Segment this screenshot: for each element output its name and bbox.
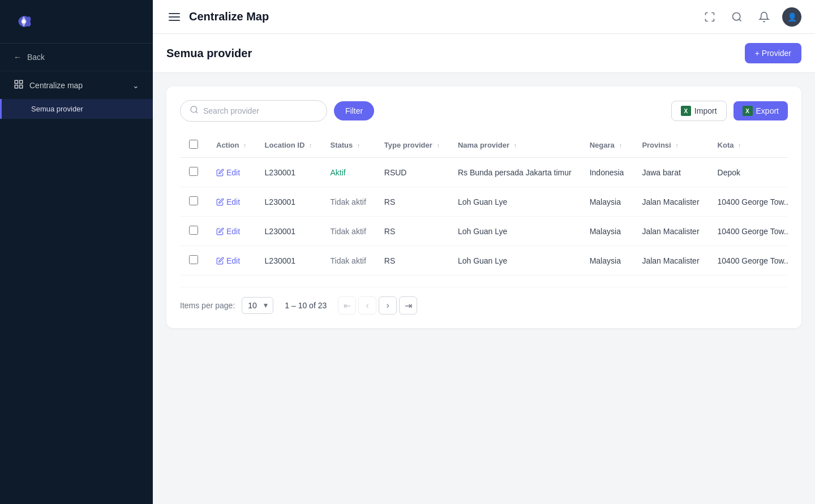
search-box[interactable] [180, 100, 327, 122]
row-checkbox-cell[interactable] [180, 246, 207, 275]
export-label: Export [756, 106, 779, 115]
row-type-provider: RS [375, 246, 449, 275]
row-status: Tidak aktif [321, 217, 375, 246]
row-negara: Malaysia [581, 217, 633, 246]
col-negara[interactable]: Negara ↑ [581, 133, 633, 158]
row-checkbox-cell[interactable] [180, 158, 207, 187]
items-per-page-select[interactable]: 5 10 20 50 [242, 297, 273, 314]
row-status: Tidak aktif [321, 246, 375, 275]
sort-kota-icon: ↑ [738, 142, 741, 149]
svg-point-0 [22, 20, 25, 23]
sidebar-item-centralize-map[interactable]: Centralize map ⌄ [0, 71, 153, 99]
row-checkbox[interactable] [189, 196, 198, 205]
last-page-button[interactable]: ⇥ [399, 296, 417, 315]
edit-button[interactable]: Edit [216, 168, 240, 177]
col-type-provider[interactable]: Type provider ↑ [375, 133, 449, 158]
row-nama-provider: Rs Bunda persada Jakarta timur [449, 158, 581, 187]
edit-label: Edit [226, 197, 240, 206]
col-status[interactable]: Status ↑ [321, 133, 375, 158]
select-all-checkbox[interactable] [189, 140, 198, 149]
filter-button[interactable]: Filter [334, 101, 374, 120]
row-checkbox[interactable] [189, 255, 198, 264]
bell-icon[interactable] [755, 8, 773, 26]
items-per-page-label: Items per page: [180, 301, 235, 310]
col-location-id[interactable]: Location ID ↑ [256, 133, 321, 158]
row-provinsi: Jawa barat [633, 158, 708, 187]
search-icon[interactable] [728, 8, 746, 26]
row-checkbox[interactable] [189, 167, 198, 176]
row-location-id: L230001 [256, 246, 321, 275]
prev-page-button[interactable]: ‹ [358, 296, 376, 315]
row-negara: Malaysia [581, 187, 633, 217]
toolbar-left: Filter [180, 100, 374, 122]
row-provinsi: Jalan Macalister [633, 187, 708, 217]
sort-action-icon: ↑ [243, 142, 247, 149]
back-arrow-icon: ← [14, 53, 22, 62]
avatar[interactable]: 👤 [782, 7, 801, 27]
row-kota: 10400 George Tow... [709, 246, 788, 275]
row-provinsi: Jalan Macalister [633, 217, 708, 246]
svg-rect-2 [20, 80, 23, 83]
row-checkbox[interactable] [189, 226, 198, 235]
row-location-id: L230001 [256, 217, 321, 246]
col-provinsi[interactable]: Provinsi ↑ [633, 133, 708, 158]
sort-type-icon: ↑ [436, 142, 440, 149]
sidebar-sub-item-semua-provider[interactable]: Semua provider [0, 99, 153, 119]
menu-icon[interactable] [166, 11, 182, 23]
back-button[interactable]: ← Back [0, 44, 153, 71]
row-kota: 10400 George Tow... [709, 217, 788, 246]
sort-location-icon: ↑ [309, 142, 312, 149]
page-header: Semua provider + Provider [153, 34, 815, 73]
edit-button[interactable]: Edit [216, 197, 240, 206]
avatar-text: 👤 [787, 12, 797, 21]
chart-icon [14, 79, 24, 91]
providers-table: Action ↑ Location ID ↑ Status ↑ [180, 133, 788, 275]
content-area: Filter X Import X Export [153, 73, 815, 504]
row-kota: Depok [709, 158, 788, 187]
edit-label: Edit [226, 256, 240, 265]
export-button[interactable]: X Export [734, 101, 788, 120]
col-nama-provider-label: Nama provider [458, 141, 509, 149]
col-action[interactable]: Action ↑ [207, 133, 256, 158]
next-page-button[interactable]: › [379, 296, 397, 315]
row-action-cell: Edit [207, 217, 256, 246]
row-negara: Indonesia [581, 158, 633, 187]
row-checkbox-cell[interactable] [180, 217, 207, 246]
toolbar-right: X Import X Export [671, 101, 788, 121]
edit-button[interactable]: Edit [216, 227, 240, 236]
edit-label: Edit [226, 227, 240, 236]
fullscreen-icon[interactable] [701, 8, 719, 26]
col-nama-provider[interactable]: Nama provider ↑ [449, 133, 581, 158]
row-location-id: L230001 [256, 187, 321, 217]
topbar-title: Centralize Map [189, 10, 269, 23]
row-checkbox-cell[interactable] [180, 187, 207, 217]
add-provider-button[interactable]: + Provider [745, 43, 801, 63]
checkbox-header[interactable] [180, 133, 207, 158]
import-label: Import [694, 106, 717, 115]
sort-status-icon: ↑ [357, 142, 361, 149]
row-action-cell: Edit [207, 246, 256, 275]
col-action-label: Action [216, 141, 239, 149]
import-button[interactable]: X Import [671, 101, 727, 121]
sidebar-sub-item-label: Semua provider [31, 105, 83, 113]
edit-button[interactable]: Edit [216, 256, 240, 265]
first-page-button[interactable]: ⇤ [338, 296, 356, 315]
table-row: Edit L230001 Tidak aktif RS Loh Guan Lye… [180, 187, 788, 217]
col-kota[interactable]: Kota ↑ [709, 133, 788, 158]
row-action-cell: Edit [207, 187, 256, 217]
page-title: Semua provider [166, 47, 252, 60]
row-negara: Malaysia [581, 246, 633, 275]
topbar: Centralize Map 👤 [153, 0, 815, 34]
row-action-cell: Edit [207, 158, 256, 187]
table-row: Edit L230001 Aktif RSUD Rs Bunda persada… [180, 158, 788, 187]
row-location-id: L230001 [256, 158, 321, 187]
search-input[interactable] [203, 106, 318, 115]
sort-negara-icon: ↑ [619, 142, 622, 149]
edit-icon [216, 257, 224, 265]
row-status: Aktif [321, 158, 375, 187]
search-icon [190, 105, 199, 117]
row-type-provider: RS [375, 187, 449, 217]
svg-rect-1 [15, 80, 18, 83]
app-logo [14, 11, 34, 32]
back-label: Back [27, 53, 45, 62]
